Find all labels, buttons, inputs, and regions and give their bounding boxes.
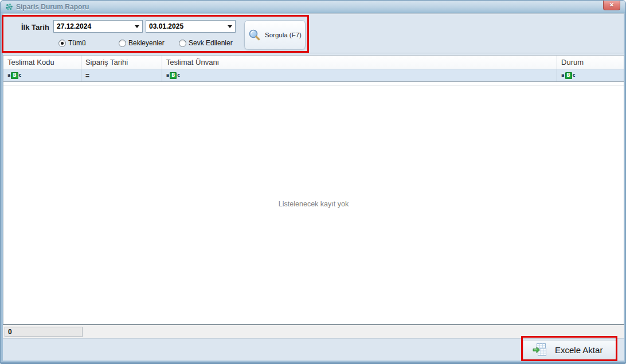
filter-cell-durum[interactable]: aBc (557, 69, 624, 81)
close-button[interactable]: ✕ (603, 1, 620, 10)
filter-panel: İlk Tarih 27.12.2024 03.01.2025 (3, 13, 624, 53)
radio-label-bekleyenler: Bekleyenler (128, 39, 165, 47)
date-to-value: 03.01.2025 (149, 22, 183, 30)
data-grid: Teslimat Kodu Sipariş Tarihi Teslimat Ün… (3, 55, 624, 324)
app-window: Siparis Durum Raporu ✕ İlk Tarih 27.12.2… (0, 0, 626, 364)
date-from-value: 27.12.2024 (57, 22, 91, 30)
filter-cell-teslimat-kodu[interactable]: aBc (3, 69, 81, 81)
titlebar[interactable]: Siparis Durum Raporu ✕ (1, 1, 626, 13)
radio-label-tumu: Tümü (68, 39, 86, 47)
chevron-down-icon[interactable] (131, 21, 142, 32)
radio-option-bekleyenler[interactable]: Bekleyenler (119, 38, 165, 48)
equals-filter-icon: = (85, 72, 89, 80)
text-filter-icon: aBc (7, 72, 21, 79)
radio-option-sevk-edilenler[interactable]: Sevk Edilenler (179, 38, 233, 48)
radio-icon (119, 40, 126, 47)
radio-icon (58, 40, 66, 47)
close-icon: ✕ (609, 2, 614, 8)
column-header-siparis-tarihi[interactable]: Sipariş Tarihi (81, 56, 162, 69)
footer-panel: Excele Aktar (3, 338, 624, 361)
record-count: 0 (5, 327, 83, 337)
column-header-durum[interactable]: Durum (557, 56, 624, 69)
export-excel-button[interactable]: Excele Aktar (523, 340, 616, 359)
filter-cell-siparis-tarihi[interactable]: = (81, 69, 162, 81)
query-button-label: Sorgula (F7) (265, 32, 302, 38)
radio-label-sevk-edilenler: Sevk Edilenler (189, 39, 233, 47)
export-excel-label: Excele Aktar (555, 345, 602, 355)
window-title: Siparis Durum Raporu (16, 3, 89, 11)
client-area: İlk Tarih 27.12.2024 03.01.2025 (3, 13, 624, 361)
query-button[interactable]: Sorgula (F7) (244, 20, 306, 50)
grid-auto-filter-row: aBc = aBc aBc (3, 69, 624, 82)
grid-divider (3, 85, 624, 85)
text-filter-icon: aBc (166, 72, 180, 79)
date-label: İlk Tarih (21, 23, 49, 32)
grid-header-row: Teslimat Kodu Sipariş Tarihi Teslimat Ün… (3, 56, 624, 69)
date-from-picker[interactable]: 27.12.2024 (53, 20, 143, 33)
radio-icon (179, 40, 186, 47)
status-bar: 0 (3, 324, 624, 338)
app-icon (5, 3, 13, 11)
text-filter-icon: aBc (561, 72, 575, 79)
date-to-picker[interactable]: 03.01.2025 (146, 20, 236, 33)
excel-export-icon (532, 343, 547, 357)
chevron-down-icon[interactable] (224, 21, 235, 32)
filter-cell-teslimat-unvani[interactable]: aBc (162, 69, 557, 81)
column-header-teslimat-unvani[interactable]: Teslimat Ünvanı (162, 56, 557, 69)
search-icon (248, 29, 261, 41)
radio-option-tumu[interactable]: Tümü (58, 38, 86, 48)
column-header-teslimat-kodu[interactable]: Teslimat Kodu (3, 56, 81, 69)
empty-grid-message: Listelenecek kayıt yok (3, 200, 624, 208)
